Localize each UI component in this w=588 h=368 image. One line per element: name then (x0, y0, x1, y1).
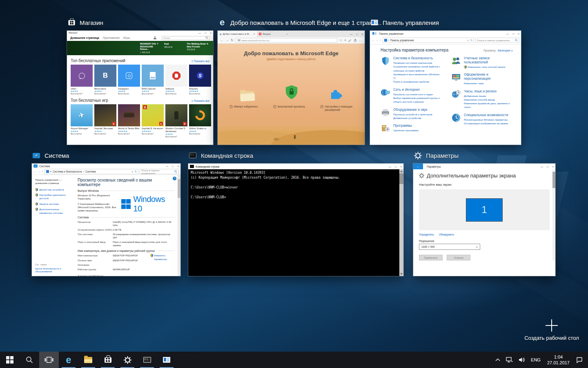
search-button[interactable] (20, 352, 39, 368)
edge-icon: e (218, 18, 227, 27)
system-thumbnail-window[interactable]: ✓ Система —□× ← → ↑ « Система и безопасн… (32, 164, 180, 276)
cancel-button: Отмена (447, 255, 470, 260)
language-indicator[interactable]: ENG (528, 352, 543, 368)
slither-game-art (189, 104, 211, 126)
create-desktop-button[interactable]: Создать рабочий стол (521, 319, 582, 341)
back-icon: ← (33, 170, 36, 173)
resolution-select: 588 × 368 ∨ (419, 244, 480, 250)
adblock-app-icon (165, 65, 187, 87)
taskbar-store-button[interactable] (98, 352, 118, 368)
task-view-button[interactable] (39, 352, 59, 368)
edge-thumbnail-window[interactable]: e Добро пожаловать в M... × Я Яндекс + —… (218, 31, 365, 145)
system-thumbnail-label[interactable]: ✓ Система (32, 151, 69, 160)
cmd-icon (190, 165, 194, 168)
cp-link: Добавление языка (464, 94, 513, 98)
yandex-icon: Я (259, 33, 261, 35)
control-panel-thumbnail-window[interactable]: Панель управления —□× ← → ↑ › Панель упр… (370, 31, 521, 145)
store-thumbnail-title: Магазин (80, 19, 103, 26)
cp-link: Оптимизация изображения на экране (464, 121, 508, 125)
system-titlebar: ✓ Система —□× (32, 164, 180, 168)
cmd-thumbnail-label[interactable]: C:\ Командная строка (188, 151, 253, 160)
store-hero-banner: RESIDENT EVIL 7 BIOHAZARD Deluxe...1 499… (67, 41, 213, 55)
forward-icon: → (225, 38, 229, 42)
apps-section-header: Топ бесплатных приложений ≡ Показать все (71, 58, 209, 63)
edge-feature-label: 2Безопасный просмотр (273, 105, 305, 112)
search-placeholder: Поиск в панели управления (477, 39, 510, 42)
cmd-console-output: Microsoft Windows [Version 10.0.14393] (… (188, 169, 403, 276)
edge-tab-icon: e (220, 32, 221, 36)
control-panel-icon (370, 18, 379, 27)
refresh-icon: ↻ (231, 38, 234, 42)
create-desktop-label: Создать рабочий стол (521, 335, 582, 341)
store-thumbnail-window[interactable]: Магазин —□× Домашняя страница Приложения… (67, 31, 213, 145)
settings-titlebar: ← Параметры —□× (413, 164, 555, 169)
taskbar-control-panel-button[interactable] (157, 352, 176, 368)
game-tile: Slither Snake.io★★★★Бесплатно (189, 104, 211, 138)
cp-link: Просмотр устройств и принтеров (393, 112, 432, 116)
programs-icon (381, 123, 390, 135)
volume-icon[interactable] (516, 352, 528, 368)
console-line: C:\Users\NNM-CLUB> (191, 195, 401, 200)
scrollbar (552, 169, 555, 260)
tray-chevron-up-icon[interactable] (492, 352, 503, 368)
minimize-icon: — (198, 31, 201, 34)
breadcrumb-chevron: › (388, 39, 389, 42)
show-all-link: ≡ Показать все (192, 60, 209, 63)
network-icon[interactable] (503, 352, 516, 368)
cp-link: Рекомендуемые Windows параметры (464, 118, 508, 121)
system-sidebar: Панель управления — домашняя страница Ди… (32, 175, 74, 276)
name-row: Рабочая группа:WORKGROUP (78, 268, 150, 271)
cmd-thumbnail-window[interactable]: Командная строка —□× Microsoft Windows [… (188, 164, 403, 276)
console-line (191, 180, 401, 185)
edge-thumbnail-label[interactable]: e Добро пожаловать в Microsoft Edge и ещ… (218, 18, 381, 27)
scrollbar (399, 169, 403, 276)
taskbar-file-explorer-button[interactable] (78, 352, 98, 368)
game-tile: World of Tanks Blitz★★★★★Бесплатно* (118, 104, 140, 138)
taskbar-edge-button[interactable]: e (59, 352, 78, 368)
cmd-icon: C:\ (143, 357, 151, 363)
close-icon: × (400, 165, 402, 168)
banner-item: RESIDENT EVIL 7 BIOHAZARD Deluxe...1 499… (140, 43, 162, 54)
cmd-icon: C:\ (188, 151, 197, 160)
app-tile: BВКонтакте★★★★Бесплатно* (94, 65, 116, 95)
tab-games: Игры (123, 36, 130, 39)
close-icon: × (552, 165, 554, 168)
system-tray: ENG 1:04 27.01.2017 (492, 352, 588, 368)
control-panel-thumbnail-title: Панель управления (383, 19, 439, 26)
search-icon (174, 170, 177, 173)
system-icon: ✓ (32, 151, 41, 160)
cp-link: Изменение форматов даты, времени и чисел (464, 101, 513, 109)
uac-shield-icon (464, 65, 467, 69)
action-center-icon[interactable] (573, 352, 586, 368)
taskbar-clock[interactable]: 1:04 27.01.2017 (543, 352, 573, 368)
breadcrumb-collapsed: « (50, 170, 52, 173)
start-button[interactable] (0, 352, 20, 368)
cp-link: Изменение типа учетной записи (464, 65, 513, 69)
cmd-thumbnail-title: Командная строка (201, 152, 253, 159)
uac-shield-icon (150, 254, 153, 257)
store-thumbnail-label[interactable]: Магазин (67, 18, 103, 27)
up-icon: ↑ (380, 39, 381, 42)
ease-of-access-icon (451, 113, 461, 126)
shield-icon (381, 56, 390, 84)
control-panel-thumbnail-label[interactable]: Панель управления (370, 18, 439, 27)
cp-link: Сохранение резервных копий файлов с помо… (393, 65, 442, 72)
see-also-header: См. также (35, 263, 71, 266)
maximize-icon: □ (395, 165, 396, 168)
identify-link: Определить (419, 233, 434, 236)
clock-region-icon (451, 89, 461, 109)
control-panel-heading: Настройка параметров компьютера (381, 48, 448, 52)
customize-display-label: Настройте ваш экран (419, 183, 550, 186)
app-tile: RARRAR Opener★★★★Бесплатно* (142, 65, 164, 95)
monitor-1-preview: 1 (466, 198, 503, 222)
console-line: (c) Корпорация Майкрософт (Microsoft Cor… (191, 175, 401, 180)
taskbar-settings-button[interactable] (118, 352, 137, 368)
url-text: www.microsoft.com/ru-ru/… (242, 39, 272, 42)
breadcrumb-chevron: › (83, 170, 84, 173)
cmd-titlebar: Командная строка —□× (188, 164, 403, 169)
edge-welcome-title: Добро пожаловать в Microsoft Edge (218, 50, 365, 56)
settings-thumbnail-label[interactable]: Параметры (413, 151, 459, 160)
taskbar-cmd-button[interactable]: C:\ (137, 352, 157, 368)
settings-thumbnail-window[interactable]: ← Параметры —□× Дополнительные параметры… (413, 164, 555, 276)
cp-link: Удаление программы (393, 128, 419, 132)
